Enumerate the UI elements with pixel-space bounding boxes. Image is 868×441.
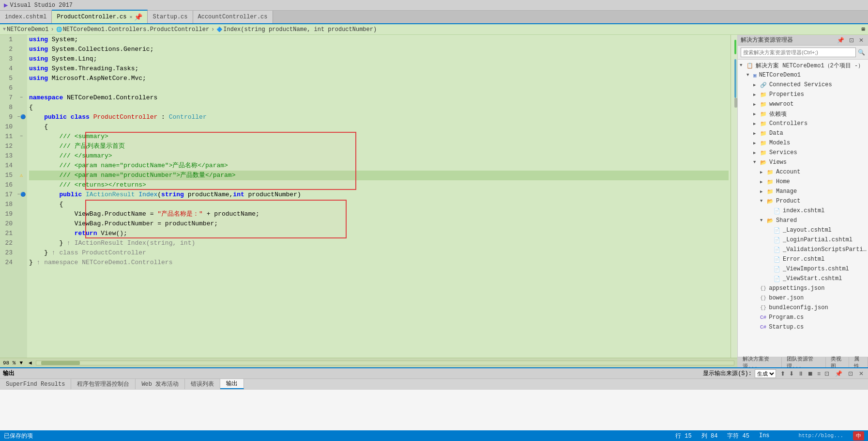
tab-pin-product[interactable]: 📌 xyxy=(134,13,142,21)
output-tab-1[interactable]: 程序包管理器控制台 xyxy=(71,379,136,389)
code-line-2[interactable]: using System.Collections.Generic; xyxy=(29,45,729,54)
panel-tab-0[interactable]: 解决方案资源... xyxy=(738,357,782,367)
tree-item[interactable]: ▼📋解决方案 NETCoreDemo1（2个项目 -） xyxy=(738,61,868,70)
tree-expand-icon[interactable]: ▶ xyxy=(753,92,759,97)
tree-expand-icon[interactable]: ▶ xyxy=(753,111,759,117)
tree-item[interactable]: ▶📁Models xyxy=(738,138,868,148)
code-line-13[interactable]: /// </summary> xyxy=(29,151,729,161)
scroll-left[interactable]: ◀ xyxy=(29,360,32,366)
output-close-btn[interactable]: ✕ xyxy=(857,370,865,378)
tab-index-cshtml[interactable]: index.cshtml xyxy=(0,11,52,23)
code-line-10[interactable]: { xyxy=(29,122,729,132)
zoom-dropdown[interactable]: ▼ xyxy=(19,360,23,366)
scroll-bar-h[interactable] xyxy=(36,361,734,365)
code-line-4[interactable]: using System.Threading.Tasks; xyxy=(29,64,729,74)
tree-expand-icon[interactable]: ▶ xyxy=(760,170,766,175)
code-line-20[interactable]: ViewBag.ProductNumber = productNumber; xyxy=(29,219,729,229)
fold-7[interactable]: − xyxy=(20,93,23,103)
tree-expand-icon[interactable]: ▼ xyxy=(753,160,759,165)
tab-close-product[interactable]: ✕ xyxy=(129,14,132,20)
split-btn[interactable]: ⊞ xyxy=(862,26,865,33)
output-tab-3[interactable]: 错误列表 xyxy=(185,379,220,389)
status-char[interactable]: 字符 45 xyxy=(727,432,749,440)
panel-pin-btn[interactable]: 📌 xyxy=(836,36,846,44)
tree-item[interactable]: ▼📂Views xyxy=(738,158,868,167)
tree-item[interactable]: ▶📁Data xyxy=(738,128,868,138)
tree-item[interactable]: ▶📁wwwroot xyxy=(738,99,868,109)
output-pin-btn[interactable]: 📌 xyxy=(834,370,844,378)
fold-11[interactable]: − xyxy=(20,132,23,142)
panel-tab-2[interactable]: 类视图 xyxy=(826,357,849,367)
output-tab-4[interactable]: 输出 xyxy=(220,379,244,389)
tree-item[interactable]: C#Program.cs xyxy=(738,313,868,322)
tree-item[interactable]: 📄_Layout.cshtml xyxy=(738,225,868,235)
code-line-18[interactable]: { xyxy=(29,200,729,209)
status-col[interactable]: 列 84 xyxy=(701,432,718,440)
tree-expand-icon[interactable]: ▶ xyxy=(753,131,759,136)
code-content[interactable]: using System;using System.Collections.Ge… xyxy=(27,35,731,358)
code-line-21[interactable]: return View(); xyxy=(29,229,729,238)
code-line-9[interactable]: public class ProductController : Control… xyxy=(29,112,729,122)
h-scroll-thumb[interactable] xyxy=(41,361,80,365)
panel-tab-3[interactable]: 属性 xyxy=(849,357,868,367)
tree-item[interactable]: 📄Error.cshtml xyxy=(738,254,868,264)
tree-item[interactable]: {}appsettings.json xyxy=(738,284,868,293)
tree-item[interactable]: ▼▣NETCoreDemo1 xyxy=(738,70,868,80)
tree-item[interactable]: {}bundleconfig.json xyxy=(738,303,868,313)
tab-product-controller[interactable]: ProductController.cs ✕ 📌 xyxy=(52,10,148,23)
search-input[interactable] xyxy=(741,47,856,57)
code-line-11[interactable]: /// <summary> xyxy=(29,132,729,142)
code-line-17[interactable]: public IActionResult Index(string produc… xyxy=(29,190,729,200)
tree-item[interactable]: ▶📁Home xyxy=(738,177,868,187)
tree-expand-icon[interactable]: ▶ xyxy=(760,179,766,185)
output-tab-0[interactable]: SuperFind Results xyxy=(0,379,71,389)
tree-item[interactable]: ▶📁Controllers xyxy=(738,119,868,128)
tree-item[interactable]: ▶🔗Connected Services xyxy=(738,80,868,90)
tree-expand-icon[interactable]: ▶ xyxy=(753,141,759,146)
output-tab-2[interactable]: Web 发布活动 xyxy=(136,379,185,389)
output-btn6[interactable]: ⊡ xyxy=(823,370,831,378)
output-btn4[interactable]: ⏹ xyxy=(806,370,815,378)
code-line-1[interactable]: using System; xyxy=(29,35,729,45)
code-line-23[interactable]: } ↑ class ProductController xyxy=(29,248,729,258)
tree-item[interactable]: 📄_ValidationScriptsPartial. xyxy=(738,245,868,254)
code-line-7[interactable]: namespace NETCoreDemo1.Controllers xyxy=(29,93,729,103)
code-line-6[interactable] xyxy=(29,83,729,93)
code-line-14[interactable]: /// <param name="productName">产品名称</para… xyxy=(29,161,729,171)
scroll-indicator[interactable] xyxy=(731,35,737,358)
panel-close-btn[interactable]: ✕ xyxy=(857,36,865,44)
output-float-btn[interactable]: ⊡ xyxy=(847,370,854,378)
zoom-level[interactable]: 98 % xyxy=(3,360,15,366)
status-line[interactable]: 行 15 xyxy=(675,432,692,440)
output-btn2[interactable]: ⬇ xyxy=(788,370,795,378)
tree-item[interactable]: ▶📁Services xyxy=(738,148,868,158)
output-btn5[interactable]: ≡ xyxy=(816,370,822,378)
tree-item[interactable]: ▼📂Product xyxy=(738,196,868,206)
tab-startup[interactable]: Startup.cs xyxy=(148,11,193,23)
code-line-22[interactable]: } ↑ IActionResult Index(string, int) xyxy=(29,238,729,248)
code-line-5[interactable]: using Microsoft.AspNetCore.Mvc; xyxy=(29,74,729,83)
search-btn[interactable]: 🔍 xyxy=(858,49,865,56)
breadcrumb-method[interactable]: 🔷 Index(string productName, int productN… xyxy=(216,26,377,33)
tree-item[interactable]: ▶📁依赖项 xyxy=(738,109,868,119)
tree-expand-icon[interactable]: ▼ xyxy=(760,218,766,223)
code-line-24[interactable]: } ↑ namespace NETCoreDemo1.Controllers xyxy=(29,258,729,268)
tree-item[interactable]: C#Startup.cs xyxy=(738,322,868,332)
code-line-16[interactable]: /// <returns></returns> xyxy=(29,180,729,190)
tree-item[interactable]: 📄_LoginPartial.cshtml xyxy=(738,235,868,245)
tree-item[interactable]: {}bower.json xyxy=(738,293,868,303)
code-line-12[interactable]: /// 产品列表显示首页 xyxy=(29,142,729,151)
tree-expand-icon[interactable]: ▶ xyxy=(753,150,759,156)
output-btn3[interactable]: ⏸ xyxy=(796,370,805,378)
panel-float-btn[interactable]: ⊡ xyxy=(848,36,855,44)
tree-item[interactable]: ▼📂Shared xyxy=(738,216,868,225)
scroll-thumb[interactable] xyxy=(734,98,737,108)
code-line-3[interactable]: using System.Linq; xyxy=(29,54,729,64)
tree-item[interactable]: 📄index.cshtml xyxy=(738,206,868,216)
tree-expand-icon[interactable]: ▶ xyxy=(753,102,759,107)
breadcrumb-project[interactable]: ▼ NETCoreDemo1 xyxy=(3,26,48,33)
tree-item[interactable]: ▶📁Account xyxy=(738,167,868,177)
panel-tab-1[interactable]: 团队资源管理... xyxy=(782,357,826,367)
tree-item[interactable]: 📄_ViewImports.cshtml xyxy=(738,264,868,274)
output-source-select[interactable]: 生成 xyxy=(755,369,776,378)
